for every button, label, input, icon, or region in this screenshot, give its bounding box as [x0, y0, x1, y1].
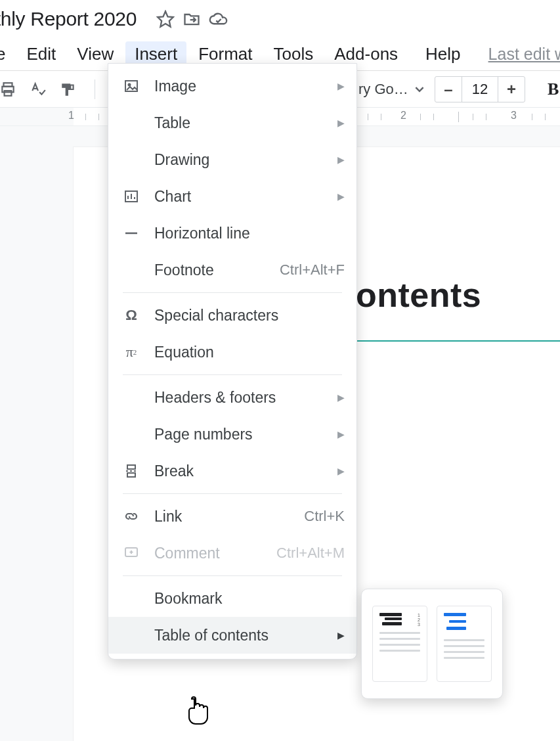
insert-drawing[interactable]: Drawing ▶ [108, 141, 356, 178]
last-edit-link[interactable]: Last edit was sec [488, 45, 560, 64]
insert-table[interactable]: Table ▶ [108, 104, 356, 141]
spellcheck-icon[interactable] [26, 78, 50, 101]
cloud-saved-icon[interactable] [209, 11, 228, 27]
chevron-down-icon [415, 85, 424, 94]
ruler-mark-2: 2 [400, 110, 406, 122]
insert-image[interactable]: Image ▶ [108, 68, 356, 104]
toolbar-separator [95, 79, 95, 99]
document-title[interactable]: onthly Report 2020 [0, 8, 148, 30]
chevron-right-icon: ▶ [337, 154, 345, 165]
menu-help[interactable]: Help [416, 41, 469, 67]
document-heading[interactable]: ontents [356, 275, 481, 315]
comment-icon [121, 543, 141, 563]
shortcut-label: Ctrl+Alt+F [280, 261, 345, 279]
chevron-right-icon: ▶ [337, 466, 345, 476]
font-name: ry Go… [358, 81, 408, 98]
chart-icon [121, 187, 141, 206]
insert-footnote[interactable]: Footnote Ctrl+Alt+F [108, 252, 356, 288]
insert-special-characters[interactable]: Ω Special characters [108, 297, 356, 334]
svg-marker-0 [158, 11, 173, 26]
insert-headers-footers[interactable]: Headers & footers ▶ [108, 379, 356, 416]
paint-format-icon[interactable] [56, 78, 80, 101]
omega-icon: Ω [121, 305, 141, 325]
insert-comment: Comment Ctrl+Alt+M [108, 535, 356, 572]
svg-point-6 [129, 84, 131, 86]
font-size-increase[interactable]: + [498, 77, 525, 102]
ruler-mark-3: 3 [511, 110, 517, 122]
menu-separator [123, 374, 342, 375]
font-size-stepper: – 12 + [435, 76, 525, 102]
insert-horizontal-line[interactable]: Horizontal line [108, 215, 356, 252]
ruler-margin [0, 108, 74, 125]
image-icon [121, 76, 141, 96]
chevron-right-icon: ▶ [337, 81, 345, 91]
insert-page-numbers[interactable]: Page numbers ▶ [108, 416, 356, 453]
toc-option-plain[interactable]: 1 2 3 [372, 606, 427, 682]
shortcut-label: Ctrl+K [304, 508, 345, 525]
shortcut-label: Ctrl+Alt+M [276, 545, 345, 562]
menu-separator [123, 292, 342, 293]
insert-menu-dropdown: Image ▶ Table ▶ Drawing ▶ Chart ▶ Horizo… [108, 63, 357, 660]
toc-submenu: 1 2 3 [361, 589, 503, 699]
font-selector[interactable]: ry Go… [358, 81, 424, 98]
move-folder-icon[interactable] [183, 10, 201, 28]
chevron-right-icon: ▶ [337, 429, 345, 439]
star-icon[interactable] [156, 10, 175, 28]
pointer-cursor-icon [185, 696, 211, 727]
heading-underline [357, 340, 560, 342]
insert-link[interactable]: Link Ctrl+K [108, 498, 356, 535]
print-icon[interactable] [0, 78, 20, 101]
insert-break[interactable]: Break ▶ [108, 453, 356, 489]
title-bar: onthly Report 2020 [0, 0, 560, 38]
bold-button[interactable]: B [548, 79, 559, 99]
link-icon [121, 506, 141, 526]
horizontal-line-icon [121, 223, 141, 243]
menu-edit[interactable]: Edit [17, 41, 65, 67]
chevron-right-icon: ▶ [337, 630, 345, 640]
chevron-right-icon: ▶ [337, 118, 345, 128]
pi-icon: π2 [121, 342, 141, 362]
menu-separator [123, 493, 342, 494]
menu-file-fragment[interactable]: e [0, 41, 14, 67]
toc-option-links[interactable] [437, 606, 492, 682]
insert-chart[interactable]: Chart ▶ [108, 178, 356, 215]
page-break-icon [121, 461, 141, 481]
chevron-right-icon: ▶ [337, 392, 345, 403]
ruler-mark-1: 1 [68, 110, 74, 122]
menu-separator [123, 575, 342, 576]
insert-bookmark[interactable]: Bookmark [108, 580, 356, 617]
chevron-right-icon: ▶ [337, 191, 345, 202]
insert-table-of-contents[interactable]: Table of contents ▶ [108, 617, 356, 654]
insert-equation[interactable]: π2 Equation [108, 334, 356, 370]
font-size-value[interactable]: 12 [462, 77, 498, 102]
font-size-decrease[interactable]: – [435, 77, 462, 102]
